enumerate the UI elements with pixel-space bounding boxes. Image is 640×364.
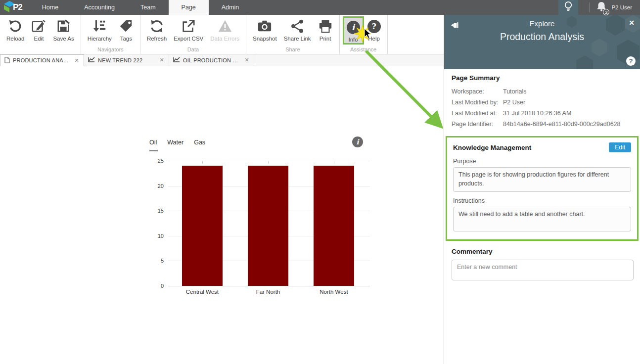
production-bar-chart: Oil Water Gas i 25 20 15 10 5 0 Central … xyxy=(147,136,371,296)
instructions-field: We still need to add a table and another… xyxy=(453,207,631,231)
legend-item-oil[interactable]: Oil xyxy=(149,139,157,146)
nav-tab-page[interactable]: Page xyxy=(169,0,209,15)
x-axis-line xyxy=(168,286,370,286)
help-icon: ? xyxy=(367,18,381,35)
close-tab-icon[interactable]: ✕ xyxy=(74,57,80,64)
ribbon-toolbar: Reload Edit xyxy=(0,15,444,54)
top-navigation-bar: P2 Home Accounting Team Page Admin xyxy=(0,0,640,15)
bar-central-west[interactable] xyxy=(182,166,223,286)
explore-panel-body: Page Summary Workspace: Tutorials Last M… xyxy=(444,69,640,282)
trend-icon xyxy=(88,57,95,63)
y-tick-label: 10 xyxy=(158,233,164,239)
bar-north-west[interactable] xyxy=(314,166,354,286)
hierarchy-icon xyxy=(92,18,107,35)
page-summary-rows: Workspace: Tutorials Last Modified by: P… xyxy=(452,86,634,130)
x-category-label: Central West xyxy=(186,289,219,295)
main-nav-tabs: Home Accounting Team Page Admin xyxy=(29,0,252,15)
print-button[interactable]: Print xyxy=(315,16,336,43)
close-tab-icon[interactable]: ✕ xyxy=(159,57,165,63)
x-category-label: North West xyxy=(320,289,348,295)
toolbar-group-data: Refresh Export CSV xyxy=(140,15,246,54)
print-icon xyxy=(318,18,333,35)
notification-badge: 2 xyxy=(603,9,609,15)
new-comment-input[interactable] xyxy=(452,260,634,280)
instructions-label: Instructions xyxy=(453,197,631,204)
close-tab-icon[interactable]: ✕ xyxy=(244,57,250,63)
toolbar-group-label: Share xyxy=(246,46,339,54)
tab-new-trend-222[interactable]: NEW TREND 222 ✕ xyxy=(84,54,169,66)
snapshot-button[interactable]: Snapshot xyxy=(249,16,280,43)
legend-item-water[interactable]: Water xyxy=(167,139,183,146)
category-tick xyxy=(268,161,269,164)
purpose-field: This page is for showing production figu… xyxy=(453,167,631,192)
toolbar-group-file: Reload Edit xyxy=(0,15,81,54)
toolbar-group-label: Assistance xyxy=(340,46,387,54)
share-link-button[interactable]: Share Link xyxy=(280,16,315,43)
lightbulb-button[interactable] xyxy=(558,0,578,15)
reload-button[interactable]: Reload xyxy=(3,16,28,43)
summary-row-modified-by: Last Modified by: P2 User xyxy=(452,97,634,108)
nav-right-cluster: 2 P2 User xyxy=(558,0,640,15)
lightbulb-icon xyxy=(563,0,573,14)
summary-row-modified-at: Last Modified at: 31 Jul 2018 10:26:36 A… xyxy=(452,108,634,119)
panel-title: Explore xyxy=(444,19,640,28)
y-tick-label: 15 xyxy=(158,208,164,214)
tab-oil-production-trend[interactable]: OIL PRODUCTION TREND ✕ xyxy=(169,54,254,66)
page-summary-heading: Page Summary xyxy=(452,74,634,82)
toolbar-group-label: Data xyxy=(140,46,246,54)
x-category-label: Far North xyxy=(256,289,280,295)
tab-production-analysis[interactable]: PRODUCTION ANALYSIS ✕ xyxy=(0,54,84,66)
export-csv-icon xyxy=(181,18,196,35)
chart-series-legend: Oil Water Gas xyxy=(149,139,205,146)
purpose-label: Purpose xyxy=(453,158,631,165)
summary-row-workspace: Workspace: Tutorials xyxy=(452,86,634,97)
tags-button[interactable]: Tags xyxy=(115,16,137,43)
tags-icon xyxy=(119,18,134,35)
toolbar-group-assistance: i Info ? Help Assistance xyxy=(340,15,388,54)
summary-row-page-identifier: Page Identifier: 84b14a6e-6894-e811-80d9… xyxy=(452,119,634,130)
toolbar-group-share: Snapshot Share Link xyxy=(246,15,340,54)
nav-tab-team[interactable]: Team xyxy=(128,0,169,15)
save-as-button[interactable]: Save As xyxy=(49,16,77,43)
edit-icon xyxy=(31,18,46,35)
save-as-icon xyxy=(56,18,71,35)
export-csv-button[interactable]: Export CSV xyxy=(170,16,207,43)
explore-panel-header: Explore Production Analysis ✕ ? xyxy=(444,15,640,69)
share-link-icon xyxy=(290,18,305,35)
panel-help-icon[interactable]: ? xyxy=(626,56,636,66)
refresh-icon xyxy=(149,18,164,35)
legend-item-gas[interactable]: Gas xyxy=(194,139,205,146)
bar-far-north[interactable] xyxy=(248,166,288,286)
info-button[interactable]: i Info xyxy=(343,16,364,45)
panel-subtitle: Production Analysis xyxy=(444,31,640,43)
p2-logo-text: P2 xyxy=(13,2,22,12)
close-panel-icon[interactable]: ✕ xyxy=(629,19,635,27)
category-tick xyxy=(334,161,334,164)
chart-info-icon[interactable]: i xyxy=(352,136,363,147)
nav-divider xyxy=(589,2,590,12)
page-icon xyxy=(4,57,10,64)
edit-button[interactable]: Edit xyxy=(28,16,49,43)
nav-tab-admin[interactable]: Admin xyxy=(209,0,252,15)
hierarchy-button[interactable]: Hierarchy xyxy=(84,16,115,43)
user-name[interactable]: P2 User xyxy=(611,4,632,10)
chart-plot-area: 25 20 15 10 5 0 Central West Far North N… xyxy=(168,161,370,286)
y-tick-label: 20 xyxy=(158,183,164,189)
gridline xyxy=(168,161,370,161)
refresh-button[interactable]: Refresh xyxy=(143,16,170,43)
snapshot-icon xyxy=(257,18,272,35)
nav-tab-home[interactable]: Home xyxy=(29,0,71,15)
knowledge-management-section: Knowledge Management Edit Purpose This p… xyxy=(446,136,639,241)
nav-tab-accounting[interactable]: Accounting xyxy=(71,0,128,15)
toolbar-group-label xyxy=(0,46,81,54)
y-tick-label: 0 xyxy=(161,283,164,289)
trend-icon xyxy=(173,57,180,63)
edit-knowledge-button[interactable]: Edit xyxy=(609,142,631,152)
help-button[interactable]: ? Help xyxy=(364,16,384,43)
data-errors-button[interactable]: Data Errors xyxy=(207,16,243,43)
explore-panel: Explore Production Analysis ✕ ? Page Sum… xyxy=(444,15,640,364)
toolbar-group-label: Navigators xyxy=(81,46,140,54)
notifications-button[interactable]: 2 xyxy=(596,1,606,14)
p2-logo: P2 xyxy=(0,0,24,15)
category-tick xyxy=(202,161,203,164)
